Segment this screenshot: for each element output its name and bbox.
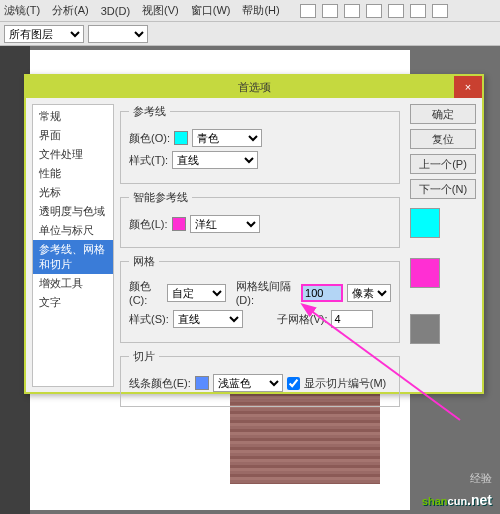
- layer-scope-select[interactable]: 所有图层: [4, 25, 84, 43]
- cyan-swatch-icon: [174, 131, 188, 145]
- menu-help[interactable]: 帮助(H): [242, 3, 279, 18]
- reset-button[interactable]: 复位: [410, 129, 476, 149]
- slices-legend: 切片: [129, 349, 159, 364]
- tool-icon-5[interactable]: [388, 4, 404, 18]
- menu-filter[interactable]: 滤镜(T): [4, 3, 40, 18]
- grid-group: 网格 颜色(C): 自定 网格线间隔(D): 像素 样式(S): 直线 子网格(…: [120, 254, 400, 343]
- dialog-titlebar: 首选项 ×: [26, 76, 482, 98]
- grid-subdiv-label: 子网格(V):: [277, 312, 328, 327]
- sidebar-item-plugins[interactable]: 增效工具: [33, 274, 113, 293]
- tool-icon-1[interactable]: [300, 4, 316, 18]
- preferences-dialog: 首选项 × 常规 界面 文件处理 性能 光标 透明度与色域 单位与标尺 参考线、…: [24, 74, 484, 394]
- guides-color-preview[interactable]: [410, 208, 440, 238]
- show-slice-numbers-checkbox[interactable]: [287, 377, 300, 390]
- tool-icon-6[interactable]: [410, 4, 426, 18]
- prev-button[interactable]: 上一个(P): [410, 154, 476, 174]
- smartguides-legend: 智能参考线: [129, 190, 192, 205]
- site-watermark: shancun.net: [422, 489, 492, 510]
- ok-button[interactable]: 确定: [410, 104, 476, 124]
- guides-color-label: 颜色(O):: [129, 131, 170, 146]
- prefs-main: 参考线 颜色(O): 青色 样式(T): 直线 智能参考线 颜色(L): 洋红: [114, 104, 406, 387]
- slices-color-select[interactable]: 浅蓝色: [213, 374, 283, 392]
- magenta-swatch-icon: [172, 217, 186, 231]
- grid-spacing-input[interactable]: [301, 284, 343, 302]
- baidu-watermark: 经验: [470, 471, 492, 486]
- tool-icon-3[interactable]: [344, 4, 360, 18]
- tool-icon-7[interactable]: [432, 4, 448, 18]
- smartguides-group: 智能参考线 颜色(L): 洋红: [120, 190, 400, 248]
- grid-unit-select[interactable]: 像素: [347, 284, 391, 302]
- grid-style-select[interactable]: 直线: [173, 310, 243, 328]
- grid-spacing-label: 网格线间隔(D):: [236, 279, 297, 306]
- grid-color-preview[interactable]: [410, 314, 440, 344]
- tool-icon-2[interactable]: [322, 4, 338, 18]
- guides-color-select[interactable]: 青色: [192, 129, 262, 147]
- menu-view[interactable]: 视图(V): [142, 3, 179, 18]
- sidebar-item-guides-grid-slices[interactable]: 参考线、网格和切片: [33, 240, 113, 274]
- sidebar-item-interface[interactable]: 界面: [33, 126, 113, 145]
- grid-legend: 网格: [129, 254, 159, 269]
- close-button[interactable]: ×: [454, 76, 482, 98]
- tool-icon-4[interactable]: [366, 4, 382, 18]
- grid-style-label: 样式(S):: [129, 312, 169, 327]
- smartguides-color-preview[interactable]: [410, 258, 440, 288]
- grid-subdiv-input[interactable]: [331, 310, 373, 328]
- options-select-2[interactable]: [88, 25, 148, 43]
- slices-group: 切片 线条颜色(E): 浅蓝色 显示切片编号(M): [120, 349, 400, 407]
- sidebar-item-general[interactable]: 常规: [33, 107, 113, 126]
- guides-legend: 参考线: [129, 104, 170, 119]
- menu-window[interactable]: 窗口(W): [191, 3, 231, 18]
- prefs-sidebar: 常规 界面 文件处理 性能 光标 透明度与色域 单位与标尺 参考线、网格和切片 …: [32, 104, 114, 387]
- sidebar-item-cursor[interactable]: 光标: [33, 183, 113, 202]
- next-button[interactable]: 下一个(N): [410, 179, 476, 199]
- smartguides-color-select[interactable]: 洋红: [190, 215, 260, 233]
- slices-color-label: 线条颜色(E):: [129, 376, 191, 391]
- sidebar-item-text[interactable]: 文字: [33, 293, 113, 312]
- guides-group: 参考线 颜色(O): 青色 样式(T): 直线: [120, 104, 400, 184]
- menu-analyze[interactable]: 分析(A): [52, 3, 89, 18]
- grid-color-label: 颜色(C):: [129, 279, 163, 306]
- menubar: 滤镜(T) 分析(A) 3D(D) 视图(V) 窗口(W) 帮助(H): [0, 0, 500, 22]
- dialog-buttons: 确定 复位 上一个(P) 下一个(N): [406, 104, 476, 387]
- sidebar-item-performance[interactable]: 性能: [33, 164, 113, 183]
- dialog-title: 首选项: [238, 80, 271, 95]
- sidebar-item-filehandling[interactable]: 文件处理: [33, 145, 113, 164]
- grid-color-select[interactable]: 自定: [167, 284, 226, 302]
- guides-style-select[interactable]: 直线: [172, 151, 258, 169]
- guides-style-label: 样式(T):: [129, 153, 168, 168]
- show-slice-numbers-label: 显示切片编号(M): [304, 376, 387, 391]
- sidebar-item-units[interactable]: 单位与标尺: [33, 221, 113, 240]
- sidebar-item-transparency[interactable]: 透明度与色域: [33, 202, 113, 221]
- smartguides-color-label: 颜色(L):: [129, 217, 168, 232]
- menu-3d[interactable]: 3D(D): [101, 5, 130, 17]
- lightblue-swatch-icon: [195, 376, 209, 390]
- options-bar: 所有图层: [0, 22, 500, 46]
